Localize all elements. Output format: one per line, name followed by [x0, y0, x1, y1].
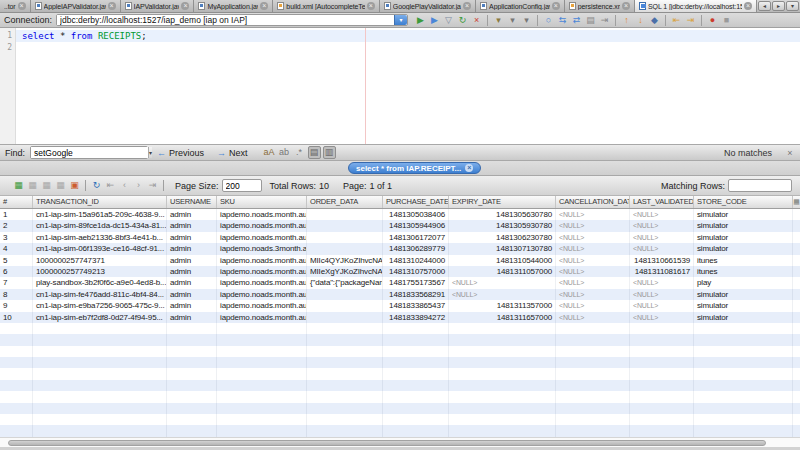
truncate-table-icon[interactable]: ▣: [68, 179, 81, 192]
copy-lines-icon[interactable]: ▤: [584, 14, 597, 27]
editor-tab[interactable]: build.xml [AutocompleteText]×: [273, 0, 379, 12]
column-header-cancellation_date[interactable]: CANCELLATION_DATE: [556, 196, 630, 208]
cell-last_validated[interactable]: <NULL>: [630, 289, 694, 300]
cell-order_data[interactable]: [307, 209, 383, 220]
cell-num[interactable]: 3: [0, 232, 33, 243]
cell-num[interactable]: 8: [0, 289, 33, 300]
shift-line-right-icon[interactable]: ⇥: [684, 14, 697, 27]
cell-store_code[interactable]: simulator: [694, 300, 793, 311]
cell-num[interactable]: 4: [0, 243, 33, 254]
cell-last_validated[interactable]: <NULL>: [630, 220, 694, 231]
cancel-edits-icon[interactable]: ▦: [54, 179, 67, 192]
export-result-icon[interactable]: ⇥: [598, 14, 611, 27]
cell-purchase_date[interactable]: 1481310757000: [383, 266, 449, 277]
table-row[interactable]: 2cn1-iap-sim-89fce1da-dc15-434a-81...adm…: [0, 220, 800, 231]
cell-username[interactable]: admin: [167, 255, 217, 266]
stop-macro-recording-icon[interactable]: ■: [720, 14, 733, 27]
cell-expiry_date[interactable]: 1481306230780: [449, 232, 556, 243]
scroll-tabs-left-button[interactable]: ◂: [758, 1, 771, 11]
column-header-order_data[interactable]: ORDER_DATA: [307, 196, 383, 208]
cell-num[interactable]: 6: [0, 266, 33, 277]
regex-icon[interactable]: .*: [293, 146, 306, 159]
insert-code-menu-icon[interactable]: ▾: [492, 14, 505, 27]
cell-order_data[interactable]: [307, 220, 383, 231]
cell-last_validated[interactable]: <NULL>: [630, 232, 694, 243]
sql-editor[interactable]: 1 2 select * from RECEIPTS;: [0, 28, 800, 144]
close-tab-icon[interactable]: ×: [463, 2, 471, 10]
cell-transaction_id[interactable]: 1000000257749213: [33, 266, 167, 277]
cell-store_code[interactable]: simulator: [694, 220, 793, 231]
scroll-tabs-right-button[interactable]: ▸: [772, 1, 785, 11]
table-row[interactable]: 61000000257749213adminiapdemo.noads.mont…: [0, 266, 800, 277]
cell-store_code[interactable]: simulator: [694, 243, 793, 254]
cell-store_code[interactable]: itunes: [694, 255, 793, 266]
customize-columns-icon[interactable]: ▦: [793, 196, 800, 208]
run-statement-icon[interactable]: ▶: [428, 14, 441, 27]
cell-expiry_date[interactable]: 1481307130780: [449, 243, 556, 254]
cell-username[interactable]: admin: [167, 277, 217, 288]
cell-transaction_id[interactable]: cn1-iap-sim-aeb21336-8bf3-4e41-b...: [33, 232, 167, 243]
close-tab-icon[interactable]: ×: [367, 2, 375, 10]
close-tab-icon[interactable]: ×: [108, 2, 116, 10]
close-tab-icon[interactable]: ×: [260, 2, 268, 10]
cell-sku[interactable]: iapdemo.noads.month.auto: [217, 209, 307, 220]
shift-line-left-icon[interactable]: ⇤: [670, 14, 683, 27]
cell-username[interactable]: admin: [167, 312, 217, 323]
close-tab-icon[interactable]: ×: [181, 2, 189, 10]
cell-cancellation_date[interactable]: <NULL>: [556, 209, 630, 220]
cell-transaction_id[interactable]: cn1-iap-sim-89fce1da-dc15-434a-81...: [33, 220, 167, 231]
column-header-store_code[interactable]: STORE_CODE: [694, 196, 793, 208]
table-row[interactable]: 9cn1-iap-sim-e9ba7256-9065-475c-9...admi…: [0, 300, 800, 311]
cell-purchase_date[interactable]: 1481833894272: [383, 312, 449, 323]
table-row[interactable]: 8cn1-iap-sim-fe476add-811c-4bf4-84...adm…: [0, 289, 800, 300]
editor-tab[interactable]: SQL 1 [jdbc:derby://localhost:15...]×: [635, 0, 757, 12]
cell-store_code[interactable]: simulator: [694, 232, 793, 243]
cell-cancellation_date[interactable]: <NULL>: [556, 266, 630, 277]
cell-username[interactable]: admin: [167, 209, 217, 220]
cell-username[interactable]: admin: [167, 300, 217, 311]
editor-tab[interactable]: persistence.xml×: [565, 0, 635, 12]
editor-tab[interactable]: ..tor×: [0, 0, 31, 12]
cell-expiry_date[interactable]: 1481311357000: [449, 300, 556, 311]
cell-sku[interactable]: iapdemo.noads.month.auto: [217, 312, 307, 323]
cell-order_data[interactable]: [307, 289, 383, 300]
cell-cancellation_date[interactable]: <NULL>: [556, 255, 630, 266]
cell-last_validated[interactable]: 1481311081617: [630, 266, 694, 277]
cell-store_code[interactable]: simulator: [694, 289, 793, 300]
table-row[interactable]: 10cn1-iap-sim-eb7f2df8-0d27-4f94-95...ad…: [0, 312, 800, 323]
cell-cancellation_date[interactable]: <NULL>: [556, 289, 630, 300]
horizontal-scrollbar[interactable]: [0, 437, 800, 447]
cell-transaction_id[interactable]: cn1-iap-sim-06f1393e-ce16-48cf-91...: [33, 243, 167, 254]
cell-expiry_date[interactable]: 1481310544000: [449, 255, 556, 266]
cell-cancellation_date[interactable]: <NULL>: [556, 277, 630, 288]
cell-sku[interactable]: iapdemo.noads.month.auto: [217, 220, 307, 231]
cell-transaction_id[interactable]: cn1-iap-sim-fe476add-811c-4bf4-84...: [33, 289, 167, 300]
cell-order_data[interactable]: MIIc4QYJKoZIhvcNAQc...: [307, 255, 383, 266]
editor-tab[interactable]: GooglePlayValidator.java×: [380, 0, 476, 12]
column-header-transaction_id[interactable]: TRANSACTION_ID: [33, 196, 167, 208]
cell-username[interactable]: admin: [167, 232, 217, 243]
find-next-button[interactable]: → Next: [213, 148, 252, 158]
cell-order_data[interactable]: [307, 232, 383, 243]
cell-order_data[interactable]: {"data":{"packageNam...: [307, 277, 383, 288]
cell-expiry_date[interactable]: 1481305630780: [449, 209, 556, 220]
cell-purchase_date[interactable]: 1481833568291: [383, 289, 449, 300]
cell-sku[interactable]: iapdemo.noads.month.auto: [217, 289, 307, 300]
cell-num[interactable]: 2: [0, 220, 33, 231]
sql-history-icon[interactable]: ▽: [442, 14, 455, 27]
cell-last_validated[interactable]: 1481310661539: [630, 255, 694, 266]
cell-order_data[interactable]: [307, 243, 383, 254]
previous-bookmark-icon[interactable]: ↑: [620, 14, 633, 27]
previous-occurrence-icon[interactable]: ⇆: [556, 14, 569, 27]
find-input[interactable]: [31, 147, 148, 158]
cell-num[interactable]: 7: [0, 277, 33, 288]
results-tab[interactable]: select * from IAP.RECEIPT... ×: [348, 162, 481, 174]
column-header-username[interactable]: USERNAME: [167, 196, 217, 208]
cell-last_validated[interactable]: <NULL>: [630, 209, 694, 220]
cell-expiry_date[interactable]: 1481311057000: [449, 266, 556, 277]
close-results-tab-icon[interactable]: ×: [465, 164, 473, 172]
code-templates-menu-icon[interactable]: ▾: [506, 14, 519, 27]
cell-purchase_date[interactable]: 1481310244000: [383, 255, 449, 266]
cell-store_code[interactable]: play: [694, 277, 793, 288]
column-header-purchase_date[interactable]: PURCHASE_DATE: [383, 196, 449, 208]
